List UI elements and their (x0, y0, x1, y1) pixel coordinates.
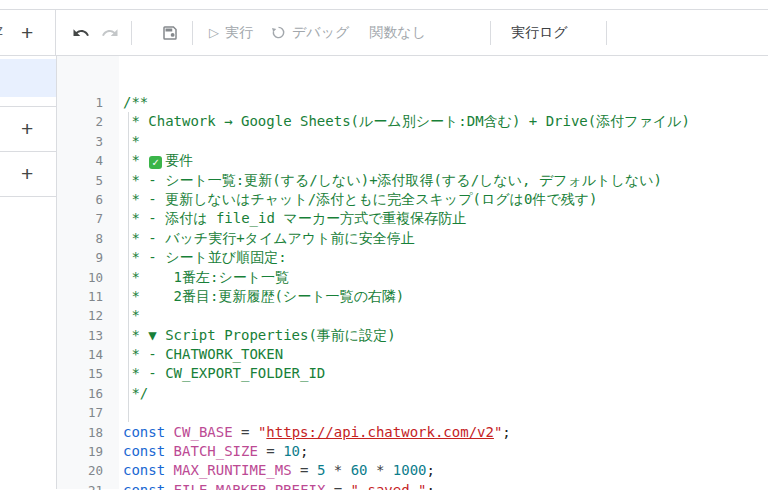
debug-icon (271, 25, 286, 40)
line-number: 1 (57, 93, 103, 112)
line-number: 19 (57, 442, 103, 461)
run-play-icon: ▷ (209, 25, 219, 40)
main-content: + + 1/**2 * Chatwork → Google Sheets(ルーム… (0, 56, 768, 489)
code-editor[interactable]: 1/**2 * Chatwork → Google Sheets(ルーム別シート… (57, 56, 768, 489)
debug-button[interactable]: デバッグ (271, 24, 349, 42)
undo-button[interactable] (72, 24, 90, 42)
line-number: 15 (57, 364, 103, 383)
code-text: const MAX_RUNTIME_MS = 5 * 60 * 1000; (123, 461, 435, 480)
code-text: const CW_BASE = "https://api.chatwork.co… (123, 423, 511, 442)
code-line: 4 * ✓要件 (57, 151, 768, 170)
code-text: * (123, 132, 140, 151)
save-button[interactable] (161, 24, 179, 42)
code-text: * (123, 306, 140, 325)
sort-files-icon[interactable]: ↓z (0, 22, 2, 38)
files-panel-header: ↓z + (0, 10, 56, 55)
code-text: * 2番目:更新履歴(シート一覧の右隣) (123, 287, 404, 306)
code-text: */ (123, 384, 148, 403)
code-text: * Chatwork → Google Sheets(ルーム別シート:DM含む)… (123, 112, 690, 131)
code-line: 17 (57, 403, 768, 422)
code-text: * - CW_EXPORT_FOLDER_ID (123, 364, 325, 383)
code-text: * - 添付は file_id マーカー方式で重複保存防止 (123, 209, 466, 228)
code-line: 10 * 1番左:シート一覧 (57, 268, 768, 287)
code-text: * - 更新しないはチャット/添付ともに完全スキップ(ログは0件で残す) (123, 190, 597, 209)
code-text: const FILE_MARKER_PREFIX = ".saved_"; (123, 481, 435, 490)
code-text: * 1番左:シート一覧 (123, 268, 289, 287)
line-number: 9 (57, 248, 103, 267)
code-line: 13 * ▼ Script Properties(事前に設定) (57, 326, 768, 345)
line-number: 20 (57, 461, 103, 480)
services-section-header: + (0, 152, 56, 196)
code-line: 19const BATCH_SIZE = 10; (57, 442, 768, 461)
code-line: 3 * (57, 132, 768, 151)
sidebar-divider (0, 196, 56, 197)
line-number: 5 (57, 171, 103, 190)
code-line: 21const FILE_MARKER_PREFIX = ".saved_"; (57, 481, 768, 490)
code-text: * ▼ Script Properties(事前に設定) (123, 326, 396, 345)
code-line: 1/** (57, 93, 768, 112)
line-number: 13 (57, 326, 103, 345)
code-line: 15 * - CW_EXPORT_FOLDER_ID (57, 364, 768, 383)
redo-button[interactable] (101, 24, 119, 42)
line-number: 3 (57, 132, 103, 151)
save-project-icon (161, 24, 179, 42)
toolbar: ↓z + ▷ 実行 デバッグ 関数なし 実 (0, 10, 768, 56)
run-button[interactable]: ▷ 実行 (209, 24, 253, 42)
toolbar-divider (192, 21, 193, 45)
apps-script-ide: ↓z + ▷ 実行 デバッグ 関数なし 実 (0, 0, 768, 490)
line-number: 21 (57, 481, 103, 490)
files-sidebar: + + (0, 56, 57, 489)
line-number: 17 (57, 403, 103, 422)
code-line: 5 * - シート一覧:更新(する/しない)+添付取得(する/しない, デフォル… (57, 171, 768, 190)
line-number: 16 (57, 384, 103, 403)
code-line: 11 * 2番目:更新履歴(シート一覧の右隣) (57, 287, 768, 306)
code-text: const BATCH_SIZE = 10; (123, 442, 308, 461)
code-text: * ✓要件 (123, 151, 193, 170)
code-text: * - シート一覧:更新(する/しない)+添付取得(する/しない, デフォルトし… (123, 171, 662, 190)
code-line: 14 * - CHATWORK_TOKEN (57, 345, 768, 364)
toolbar-divider (131, 21, 132, 45)
line-number: 11 (57, 287, 103, 306)
check-emoji: ✓ (149, 156, 162, 169)
line-number: 18 (57, 423, 103, 442)
code-line: 2 * Chatwork → Google Sheets(ルーム別シート:DM含… (57, 112, 768, 131)
code-line: 7 * - 添付は file_id マーカー方式で重複保存防止 (57, 209, 768, 228)
debug-label: デバッグ (292, 24, 349, 42)
code-line: 12 * (57, 306, 768, 325)
code-text: * - CHATWORK_TOKEN (123, 345, 283, 364)
redo-arrow-icon (101, 24, 119, 42)
line-number: 6 (57, 190, 103, 209)
code-text: /** (123, 93, 148, 112)
header-bottom-edge (0, 0, 768, 10)
line-number: 8 (57, 229, 103, 248)
code-line: 16 */ (57, 384, 768, 403)
code-line: 6 * - 更新しないはチャット/添付ともに完全スキップ(ログは0件で残す) (57, 190, 768, 209)
code-line: 20const MAX_RUNTIME_MS = 5 * 60 * 1000; (57, 461, 768, 480)
add-file-button[interactable]: + (21, 22, 33, 43)
selected-file-item[interactable] (0, 59, 56, 97)
undo-arrow-icon (72, 24, 90, 42)
line-number: 10 (57, 268, 103, 287)
code-line: 9 * - シート並び順固定: (57, 248, 768, 267)
function-selector[interactable]: 関数なし (369, 24, 426, 42)
libraries-section-header: + (0, 107, 56, 151)
run-label: 実行 (225, 24, 253, 42)
line-number: 2 (57, 112, 103, 131)
code-line: 18const CW_BASE = "https://api.chatwork.… (57, 423, 768, 442)
editor-toolbar: ▷ 実行 デバッグ 関数なし 実行ログ (56, 10, 768, 55)
code-line: 8 * - バッチ実行+タイムアウト前に安全停止 (57, 229, 768, 248)
add-library-button[interactable]: + (21, 118, 33, 139)
execution-log-button[interactable]: 実行ログ (491, 24, 606, 42)
code-text: * - シート並び順固定: (123, 248, 287, 267)
line-number: 14 (57, 345, 103, 364)
line-number: 4 (57, 151, 103, 170)
toolbar-divider (606, 21, 607, 45)
line-number: 12 (57, 306, 103, 325)
code-area[interactable]: 1/**2 * Chatwork → Google Sheets(ルーム別シート… (57, 56, 768, 489)
line-number: 7 (57, 209, 103, 228)
code-text: * - バッチ実行+タイムアウト前に安全停止 (123, 229, 415, 248)
add-service-button[interactable]: + (21, 163, 33, 184)
